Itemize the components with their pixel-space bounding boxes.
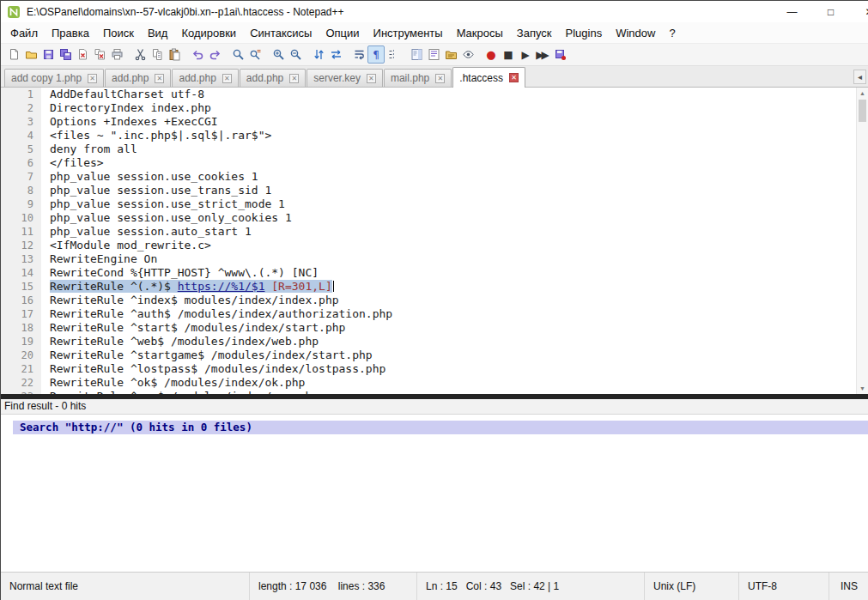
code-line[interactable]: 5deny from all (1, 142, 856, 156)
menu-item-file[interactable]: Файл (3, 24, 45, 42)
tab-close-icon[interactable]: ✕ (435, 74, 445, 83)
macro-stop-icon[interactable]: ■ (500, 45, 517, 64)
code-line[interactable]: 2DirectoryIndex index.php (1, 101, 856, 115)
menu-item-encoding[interactable]: Кодировки (174, 24, 243, 42)
document-monitoring-icon[interactable] (459, 45, 476, 64)
code-line[interactable]: 20RewriteRule ^startgame$ /modules/index… (1, 348, 856, 362)
tab-close-icon[interactable]: ✕ (88, 74, 97, 83)
line-text: RewriteEngine On (41, 252, 157, 266)
tab-close-icon[interactable]: ✕ (509, 73, 519, 82)
close-button[interactable]: ✕ (850, 1, 868, 22)
scroll-down-arrow-icon[interactable]: ▼ (857, 383, 868, 394)
save-icon[interactable] (39, 45, 57, 64)
menu-item-help[interactable]: ? (662, 24, 682, 42)
maximize-button[interactable]: □ (811, 1, 850, 22)
tab-close-icon[interactable]: ✕ (289, 74, 299, 83)
editor[interactable]: 1AddDefaultCharset utf-82DirectoryIndex … (1, 88, 868, 394)
close-all-docs-icon[interactable] (91, 45, 108, 64)
show-all-characters-icon[interactable]: ¶ (367, 45, 385, 64)
menu-item-macro[interactable]: Макросы (450, 24, 510, 42)
code-line[interactable]: 17RewriteRule ^auth$ /modules/index/auth… (1, 307, 856, 321)
copy-icon[interactable] (149, 45, 166, 64)
minimize-button[interactable]: — (773, 1, 811, 22)
find-result-entry[interactable]: Search "http://" (0 hits in 0 files) (13, 421, 868, 434)
tab-0-add-copy-1-php[interactable]: add copy 1.php✕ (4, 69, 104, 87)
paste-icon[interactable] (166, 45, 183, 64)
code-line[interactable]: 11php_value session.auto_start 1 (1, 225, 856, 239)
status-ins-mode[interactable]: INS (829, 573, 868, 600)
menu-item-window[interactable]: Window (609, 24, 662, 42)
code-line[interactable]: 15RewriteRule ^(.*)$ https://%1/$1 [R=30… (1, 280, 856, 294)
zoom-out-icon[interactable] (287, 45, 304, 64)
tab-5-mail-php[interactable]: mail.php✕ (384, 69, 452, 87)
code-line[interactable]: 16RewriteRule ^index$ modules/index/inde… (1, 294, 856, 307)
code-line[interactable]: 7php_value session.use_cookies 1 (1, 170, 856, 184)
indent-guide-icon[interactable] (385, 45, 402, 64)
function-list-icon[interactable] (425, 45, 442, 64)
menu-item-settings[interactable]: Опции (319, 24, 366, 42)
redo-icon[interactable] (206, 45, 223, 64)
scrollbar-thumb[interactable] (859, 100, 866, 122)
word-wrap-icon[interactable] (350, 45, 367, 64)
tab-6-htaccess[interactable]: .htaccess✕ (452, 67, 525, 88)
code-line[interactable]: 9php_value session.use_strict_mode 1 (1, 197, 856, 211)
code-line[interactable]: 1AddDefaultCharset utf-8 (1, 88, 856, 101)
line-number: 22 (1, 376, 41, 390)
tab-scroll-left-icon[interactable]: ◂ (853, 70, 866, 84)
sync-scroll-vertical-icon[interactable] (310, 45, 327, 64)
close-doc-icon[interactable] (74, 45, 91, 64)
status-cursor-pos[interactable]: Ln : 15 Col : 43 Sel : 42 | 1 (417, 573, 645, 600)
sync-scroll-horizontal-icon[interactable] (327, 45, 344, 64)
status-eol[interactable]: Unix (LF) (645, 573, 739, 600)
cut-icon[interactable] (131, 45, 149, 64)
code-line[interactable]: 14RewriteCond %{HTTP_HOST} ^www\.(.*) [N… (1, 266, 856, 280)
macro-save-icon[interactable] (551, 45, 568, 64)
code-line[interactable]: 19RewriteRule ^web$ /modules/index/web.p… (1, 335, 856, 348)
code-line[interactable]: 8php_value session.use_trans_sid 1 (1, 184, 856, 197)
menu-item-run[interactable]: Запуск (510, 24, 559, 42)
url-link[interactable]: https://%1/$1 (178, 280, 265, 293)
tab-4-server-key[interactable]: server.key✕ (307, 69, 383, 87)
find-result-panel: Search "http://" (0 hits in 0 files) (1, 415, 868, 572)
zoom-in-icon[interactable] (270, 45, 287, 64)
undo-icon[interactable] (189, 45, 206, 64)
code-line[interactable]: 12<IfModule mod_rewrite.c> (1, 239, 856, 252)
document-map-icon[interactable] (408, 45, 425, 64)
tab-1-add-php[interactable]: add.php✕ (105, 69, 171, 87)
code-line[interactable]: 22RewriteRule ^ok$ /modules/index/ok.php (1, 376, 856, 390)
code-line[interactable]: 10php_value session.use_only_cookies 1 (1, 211, 856, 225)
macro-record-icon[interactable]: ● (483, 45, 500, 64)
save-all-icon[interactable] (57, 45, 74, 64)
find-icon[interactable] (229, 45, 246, 64)
line-number: 21 (1, 362, 41, 376)
status-encoding[interactable]: UTF-8 (739, 573, 829, 600)
macro-play-icon[interactable]: ▶ (517, 45, 534, 64)
menu-item-view[interactable]: Вид (141, 24, 175, 42)
editor-vertical-scrollbar[interactable]: ▲ ▼ (856, 88, 868, 394)
tab-2-add-php[interactable]: add.php✕ (172, 69, 238, 87)
replace-icon[interactable] (246, 45, 264, 64)
menu-item-plugins[interactable]: Plugins (559, 24, 610, 42)
code-line[interactable]: 18RewriteRule ^start$ /modules/index/sta… (1, 321, 856, 335)
line-text: DirectoryIndex index.php (41, 101, 211, 115)
macro-run-multiple-icon[interactable]: ▶▶ (534, 45, 551, 64)
tab-close-icon[interactable]: ✕ (222, 74, 232, 83)
code-area[interactable]: 1AddDefaultCharset utf-82DirectoryIndex … (1, 88, 856, 394)
menu-item-edit[interactable]: Правка (45, 24, 96, 42)
code-line[interactable]: 6</files> (1, 156, 856, 170)
print-icon[interactable] (108, 45, 125, 64)
menu-item-search[interactable]: Поиск (96, 24, 141, 42)
open-folder-icon[interactable] (22, 45, 39, 64)
code-line[interactable]: 21RewriteRule ^lostpass$ /modules/index/… (1, 362, 856, 376)
tab-3-add-php[interactable]: add.php✕ (240, 69, 306, 87)
code-line[interactable]: 4<files ~ ".inc.php$|.sql$|.rar$"> (1, 129, 856, 142)
folder-as-workspace-icon[interactable] (442, 45, 459, 64)
code-line[interactable]: 3Options +Indexes +ExecCGI (1, 115, 856, 129)
code-line[interactable]: 13RewriteEngine On (1, 252, 856, 266)
menu-item-tools[interactable]: Инструменты (367, 24, 450, 42)
menu-item-language[interactable]: Синтаксисы (243, 24, 319, 42)
new-file-icon[interactable] (5, 45, 22, 64)
tab-close-icon[interactable]: ✕ (367, 74, 376, 83)
scroll-up-arrow-icon[interactable]: ▲ (857, 88, 868, 99)
tab-close-icon[interactable]: ✕ (155, 74, 164, 83)
